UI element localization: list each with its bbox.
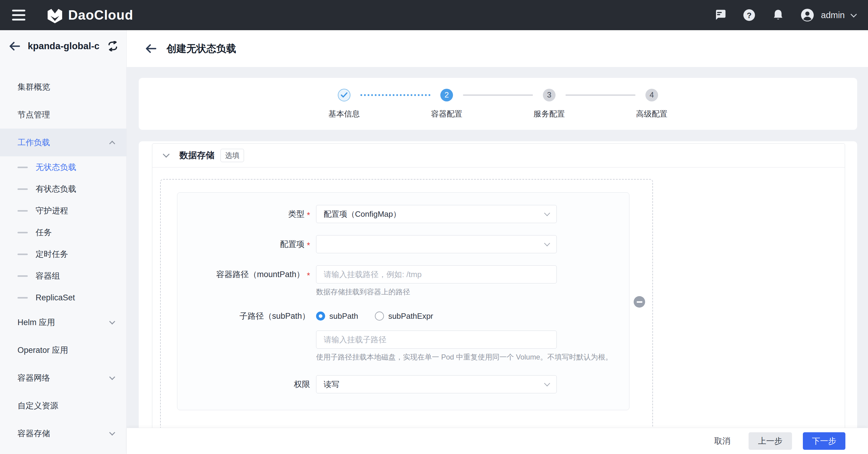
sidebar-item-label: 工作负载 <box>18 137 110 148</box>
sidebar-item-jobs[interactable]: 任务 <box>0 222 126 243</box>
chevron-down-icon <box>850 11 857 17</box>
previous-step-button[interactable]: 上一步 <box>749 432 792 450</box>
minus-icon <box>637 301 642 303</box>
sidebar-item-label: 定时任务 <box>36 249 114 260</box>
sidebar-item-workloads[interactable]: 工作负载 <box>0 129 126 157</box>
check-icon <box>341 92 347 98</box>
step-basic-info[interactable]: 基本信息 <box>328 89 361 119</box>
configmap-select[interactable] <box>316 235 557 253</box>
required-asterisk: * <box>307 271 310 280</box>
sidebar-item-container-network[interactable]: 容器网络 <box>0 364 126 392</box>
top-navbar: DaoCloud ? admin <box>0 0 868 30</box>
sidebar-item-label: 集群概览 <box>18 82 114 92</box>
section-chevron-down-icon[interactable] <box>163 151 170 158</box>
permission-select[interactable]: 读写 <box>316 375 557 393</box>
field-label: 类型 <box>288 208 304 220</box>
section-header[interactable]: 数据存储 选填 <box>152 144 845 168</box>
svg-text:?: ? <box>747 11 752 20</box>
content-area: 基本信息 2 容器配置 3 服务配置 4 高级配置 <box>127 67 868 428</box>
sidebar-item-container-storage[interactable]: 容器存储 <box>0 420 126 447</box>
radio-selected-icon[interactable] <box>316 312 325 320</box>
sidebar-item-label: ReplicaSet <box>36 293 114 303</box>
sidebar-item-custom-resources[interactable]: 自定义资源 <box>0 392 126 420</box>
sidebar-item-label: 守护进程 <box>36 205 114 216</box>
sidebar-item-helm-apps[interactable]: Helm 应用 <box>0 309 126 336</box>
volume-item-card: 类型* 配置项（ConfigMap） 配置项* <box>177 192 629 410</box>
sidebar-item-label: 任务 <box>36 227 114 238</box>
radio-label: subPathExpr <box>388 312 433 321</box>
page-header: 创建无状态负载 <box>127 30 868 67</box>
optional-tag: 选填 <box>220 149 244 162</box>
dash-icon <box>18 254 28 255</box>
step-connector <box>361 94 430 96</box>
radio-subpathexpr[interactable]: subPathExpr <box>375 312 433 321</box>
cluster-switch-icon[interactable] <box>107 41 119 51</box>
mount-path-input[interactable] <box>316 265 557 283</box>
type-select[interactable]: 配置项（ConfigMap） <box>316 205 557 223</box>
hamburger-menu-icon[interactable] <box>12 10 25 21</box>
chevron-down-icon <box>544 240 550 246</box>
dash-icon <box>18 232 28 233</box>
step-connector <box>463 94 533 96</box>
field-label: 权限 <box>294 379 310 390</box>
sidebar-item-label: 容器网络 <box>18 372 110 384</box>
sidebar-item-operator-apps[interactable]: Operator 应用 <box>0 336 126 364</box>
step-pending-circle: 4 <box>645 89 658 102</box>
step-container-config[interactable]: 2 容器配置 <box>430 89 463 119</box>
sidebar-item-cluster-overview[interactable]: 集群概览 <box>0 73 126 101</box>
radio-label: subPath <box>329 312 358 321</box>
cancel-button[interactable]: 取消 <box>707 432 738 450</box>
section-title: 数据存储 <box>180 149 214 162</box>
back-arrow-icon[interactable] <box>9 42 20 51</box>
step-advanced-config[interactable]: 4 高级配置 <box>636 89 668 119</box>
chevron-down-icon <box>109 374 115 380</box>
sidebar-item-replicasets[interactable]: ReplicaSet <box>0 287 126 309</box>
bell-icon[interactable] <box>772 8 785 22</box>
step-connector <box>565 94 636 96</box>
daocloud-logo[interactable]: DaoCloud <box>46 7 133 24</box>
step-label: 高级配置 <box>636 109 668 119</box>
sidebar-item-label: 容器组 <box>36 271 114 281</box>
remove-volume-button[interactable] <box>634 296 645 308</box>
help-icon[interactable]: ? <box>743 8 756 22</box>
chevron-down-icon <box>109 430 115 435</box>
mount-path-help-text: 数据存储挂载到容器上的路径 <box>316 287 557 297</box>
next-step-button[interactable]: 下一步 <box>803 432 845 450</box>
field-row-configmap: 配置项* <box>177 235 629 253</box>
username: admin <box>821 10 845 20</box>
wizard-footer: 取消 上一步 下一步 <box>127 428 868 454</box>
field-row-sub-path: 子路径（subPath） subPath <box>177 307 629 362</box>
sub-path-input[interactable] <box>316 331 557 349</box>
data-storage-section: 数据存储 选填 类型* 配置项（ConfigMap） <box>152 143 845 428</box>
radio-unselected-icon[interactable] <box>375 312 384 320</box>
field-label: 子路径（subPath） <box>240 311 310 321</box>
user-menu[interactable]: admin <box>801 8 856 22</box>
sub-path-help-text: 使用子路径挂载本地磁盘，实现在单一 Pod 中重复使用同一个 Volume。不填… <box>316 352 613 362</box>
avatar-icon <box>801 8 814 22</box>
sidebar-item-label: 自定义资源 <box>18 400 114 411</box>
sidebar-item-daemonsets[interactable]: 守护进程 <box>0 200 126 222</box>
sidebar-item-cronjobs[interactable]: 定时任务 <box>0 243 126 265</box>
step-service-config[interactable]: 3 服务配置 <box>533 89 565 119</box>
step-current-circle: 2 <box>440 89 453 102</box>
radio-subpath[interactable]: subPath <box>316 312 358 321</box>
sidebar-item-pods[interactable]: 容器组 <box>0 265 126 287</box>
dash-icon <box>18 275 28 277</box>
sidebar-item-label: 无状态负载 <box>36 162 114 173</box>
sidebar: kpanda-global-cl... 集群概览 节点管理 工作负载 无状态负载… <box>0 30 127 454</box>
sidebar-item-node-management[interactable]: 节点管理 <box>0 101 126 129</box>
page-title: 创建无状态负载 <box>166 42 236 56</box>
field-label: 配置项 <box>280 239 304 250</box>
chat-icon[interactable] <box>714 8 727 22</box>
step-label: 容器配置 <box>431 109 462 119</box>
sidebar-item-deployments[interactable]: 无状态负载 <box>0 157 126 178</box>
sidebar-item-statefulsets[interactable]: 有状态负载 <box>0 178 126 200</box>
chevron-down-icon <box>544 380 550 387</box>
back-arrow-icon[interactable] <box>145 44 156 53</box>
dash-icon <box>18 167 28 168</box>
step-label: 基本信息 <box>329 109 360 119</box>
brand-name: DaoCloud <box>68 7 133 23</box>
required-asterisk: * <box>307 211 310 220</box>
required-asterisk: * <box>307 241 310 250</box>
select-value: 配置项（ConfigMap） <box>323 209 545 220</box>
